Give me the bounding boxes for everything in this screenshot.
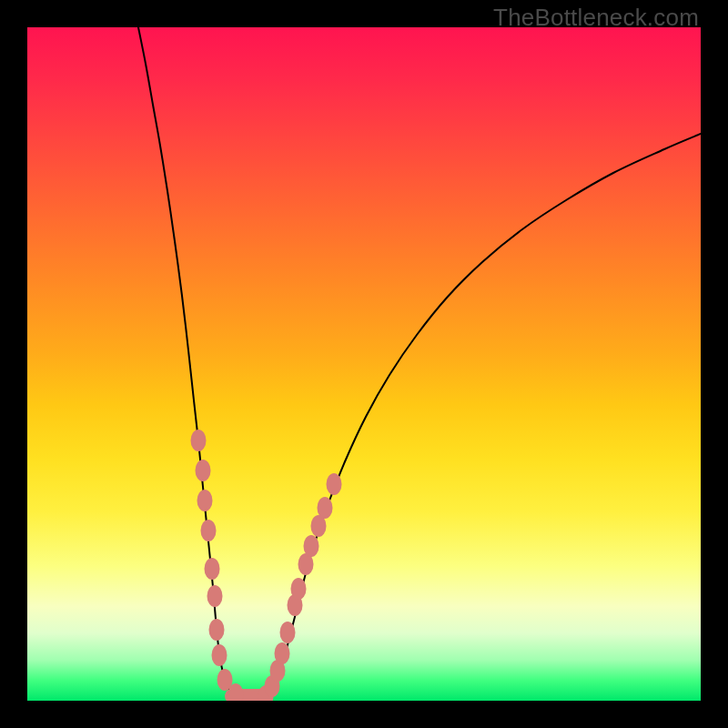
curve-left	[138, 27, 266, 700]
watermark-text: TheBottleneck.com	[493, 4, 699, 32]
bead-marker	[191, 430, 207, 451]
bead-marker	[291, 578, 307, 600]
beads-right-group	[258, 473, 342, 701]
bead-marker	[212, 644, 228, 666]
bead-marker	[327, 473, 342, 495]
bead-marker	[280, 622, 296, 643]
bead-marker	[318, 497, 333, 519]
bead-marker	[275, 642, 290, 664]
bead-marker	[197, 490, 213, 511]
curve-right	[266, 134, 701, 699]
chart-frame: TheBottleneck.com	[0, 0, 728, 728]
bead-marker	[304, 535, 319, 557]
bead-marker	[209, 619, 225, 641]
bead-marker	[205, 558, 220, 580]
bead-marker	[207, 585, 223, 607]
bead-marker	[201, 520, 217, 541]
plot-area	[27, 27, 701, 701]
curves-svg	[27, 27, 701, 701]
beads-left-group	[191, 430, 244, 701]
bead-marker	[196, 460, 211, 481]
